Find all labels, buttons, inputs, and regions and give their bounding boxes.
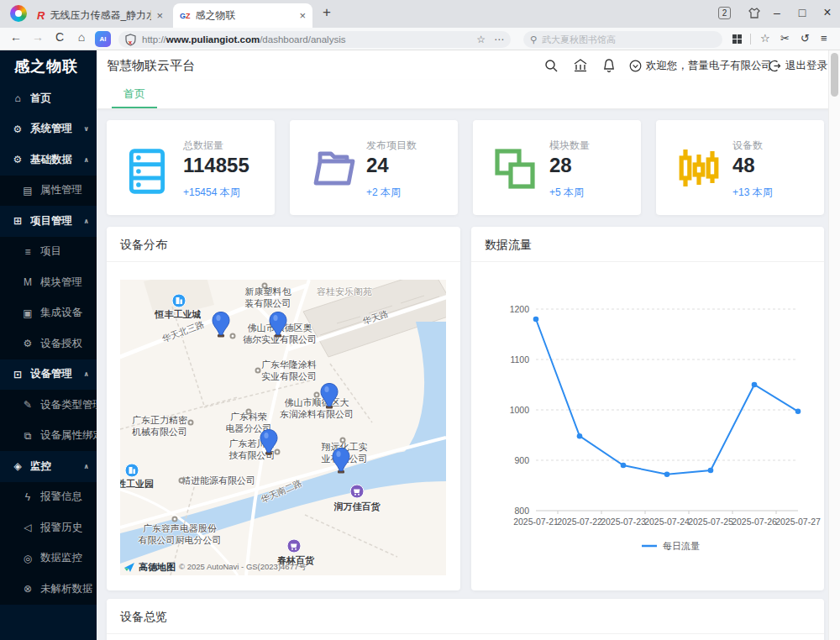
map-device-marker[interactable]	[332, 448, 350, 477]
more-actions-icon[interactable]: ⋯	[494, 34, 504, 45]
sidebar-item-15[interactable]: ◎ 数据监控	[0, 543, 97, 574]
database-icon	[128, 148, 166, 198]
url-field[interactable]: x http://www.puliangiot.com/dashboard/an…	[118, 31, 511, 48]
map-poi-dot	[340, 438, 346, 443]
screenshot-scissors-icon[interactable]: ✂	[780, 32, 790, 45]
sidebar-item-3[interactable]: ▤ 属性管理	[0, 176, 97, 207]
candlestick-icon	[677, 148, 721, 195]
apps-grid-icon[interactable]	[732, 34, 742, 44]
sidebar-item-16[interactable]: ⊗ 未解析数据	[0, 574, 97, 605]
sidebar-item-13[interactable]: ϟ 报警信息	[0, 482, 97, 513]
logout-icon	[769, 60, 781, 72]
sidebar-item-14[interactable]: ◁ 报警历史	[0, 512, 97, 543]
tab-home[interactable]: 首页	[112, 80, 157, 108]
panel-title-map: 设备分布	[107, 227, 460, 262]
search-icon: ⚲	[530, 34, 537, 45]
header-org-icon[interactable]	[573, 58, 588, 73]
tab1-close-icon[interactable]: ×	[156, 9, 163, 22]
stat-card-1: 发布项目数 24 +2 本周	[290, 120, 458, 215]
chevron-up-icon: ∧	[84, 370, 90, 378]
page-scrollbar[interactable]	[828, 50, 840, 640]
stat-card-0: 总数据量 114855 +15454 本周	[107, 120, 275, 215]
daily-flow-line-chart[interactable]: 8009001000110012002025-07-212025-07-2220…	[471, 262, 824, 590]
sidebar-item-label: 报警信息	[40, 490, 82, 504]
sidebar-item-label: 设备类型管理	[40, 398, 97, 412]
sidebar-item-6[interactable]: M 模块管理	[0, 267, 97, 298]
theme-shirt-icon[interactable]	[748, 7, 761, 20]
forward-icon[interactable]: →	[29, 30, 47, 44]
panel-title-chart: 数据流量	[471, 227, 824, 262]
tab1-title: 无线压力传感器_静力水准仪_	[50, 8, 151, 23]
browser-tab-strip: R 无线压力传感器_静力水准仪_ × GZ 感之物联 × + 2 – □ ×	[0, 0, 840, 28]
insecure-shield-icon[interactable]: x	[125, 34, 136, 46]
sidebar-item-2[interactable]: ⚙ 基础数据∧	[0, 144, 97, 176]
scrollbar-thumb[interactable]	[831, 53, 838, 97]
sidebar-item-label: 项目管理	[30, 214, 72, 228]
amap-logo-text: 高德地图	[139, 561, 176, 574]
stat-value: 48	[732, 154, 755, 177]
sidebar-item-11[interactable]: ⧉ 设备属性绑定	[0, 421, 97, 452]
list-icon: ≡	[22, 246, 34, 258]
main-area: 智慧物联云平台 欢迎您，普量电子有限公司 退出登录 首页 总数据量 114855…	[97, 50, 840, 640]
grid-icon: ⊞	[12, 215, 24, 227]
sidebar-item-8[interactable]: ⚙ 设备授权	[0, 328, 97, 359]
history-undo-icon[interactable]: ↺	[801, 32, 810, 45]
back-icon[interactable]: ←	[7, 30, 25, 44]
map-poi-dot	[179, 478, 185, 484]
sidebar-item-9[interactable]: ⊡ 设备管理∧	[0, 359, 97, 391]
sidebar-item-4[interactable]: ⊞ 项目管理∧	[0, 206, 97, 237]
welcome-user[interactable]: 欢迎您，普量电子有限公司	[629, 59, 772, 73]
chevron-up-icon: ∧	[84, 463, 90, 470]
reload-icon[interactable]: C	[50, 30, 69, 44]
browser-tab-1[interactable]: R 无线压力传感器_静力水准仪_ ×	[30, 3, 170, 28]
sidebar-item-7[interactable]: ▣ 集成设备	[0, 298, 97, 329]
amap-canvas[interactable]: 新康塑料包 装有限公司容桂安乐阁苑恒丰工业城华天北三路佛山市顺德区奥 德尔实业有…	[120, 280, 446, 575]
ai-assistant-icon[interactable]: AI	[95, 31, 111, 47]
shield-icon: ◎	[22, 553, 34, 564]
amap-logo-icon	[123, 562, 135, 573]
url-text: http://www.puliangiot.com/dashboard/anal…	[142, 34, 468, 45]
sidebar-item-label: 集成设备	[40, 306, 82, 320]
tab2-close-icon[interactable]: ×	[299, 9, 306, 22]
bookmark-star-icon[interactable]: ☆	[476, 34, 486, 45]
sidebar: 感之物联 ⌂ 首页⚙ 系统管理∨⚙ 基础数据∧▤ 属性管理⊞ 项目管理∧≡ 项目…	[0, 50, 97, 640]
sidebar-item-10[interactable]: ✎ 设备类型管理	[0, 390, 97, 421]
sidebar-item-label: 监控	[30, 459, 51, 474]
sidebar-item-0[interactable]: ⌂ 首页	[0, 83, 97, 114]
sidebar-item-1[interactable]: ⚙ 系统管理∨	[0, 114, 97, 145]
sidebar-item-5[interactable]: ≡ 项目	[0, 237, 97, 268]
header-bell-icon[interactable]	[601, 58, 617, 73]
map-poi-dot	[246, 409, 252, 415]
logout-button[interactable]: 退出登录	[769, 59, 827, 73]
pen-icon: ✎	[22, 399, 34, 411]
svg-text:2025-07-25: 2025-07-25	[688, 517, 733, 527]
close-button[interactable]: ×	[816, 0, 838, 25]
maximize-button[interactable]: □	[791, 0, 813, 25]
sidebar-item-12[interactable]: ◈ 监控∧	[0, 451, 97, 482]
home-icon[interactable]: ⌂	[72, 30, 91, 44]
map-device-marker[interactable]	[212, 312, 230, 341]
sidebar-menu: ⌂ 首页⚙ 系统管理∨⚙ 基础数据∧▤ 属性管理⊞ 项目管理∧≡ 项目M 模块管…	[0, 83, 97, 605]
map-building-icon	[172, 294, 186, 312]
stat-label: 发布项目数	[366, 139, 417, 153]
svg-text:2025-07-24: 2025-07-24	[644, 517, 690, 527]
tab1-favicon: R	[37, 9, 45, 22]
tab-count-badge[interactable]: 2	[718, 7, 731, 19]
browser-search-box[interactable]: ⚲ 武大夏秋图书馆高	[523, 31, 722, 48]
map-poi-dot	[188, 420, 194, 426]
browser-tab-2[interactable]: GZ 感之物联 ×	[173, 3, 312, 28]
browser-logo-icon[interactable]	[10, 5, 27, 22]
module-icon: M	[22, 276, 34, 288]
new-tab-button[interactable]: +	[323, 4, 331, 21]
map-device-marker[interactable]	[260, 429, 278, 459]
menu-icon[interactable]: ≡	[821, 32, 827, 45]
svg-text:900: 900	[514, 455, 529, 465]
map-device-marker[interactable]	[269, 312, 287, 341]
svg-text:2025-07-21: 2025-07-21	[513, 517, 559, 527]
minimize-button[interactable]: –	[766, 0, 788, 25]
header-search-icon[interactable]	[543, 58, 559, 73]
favorites-icon[interactable]: ☆	[760, 32, 770, 45]
attr-icon: ▤	[22, 185, 34, 197]
map-device-marker[interactable]	[320, 383, 339, 412]
sidebar-item-label: 基础数据	[30, 153, 72, 167]
